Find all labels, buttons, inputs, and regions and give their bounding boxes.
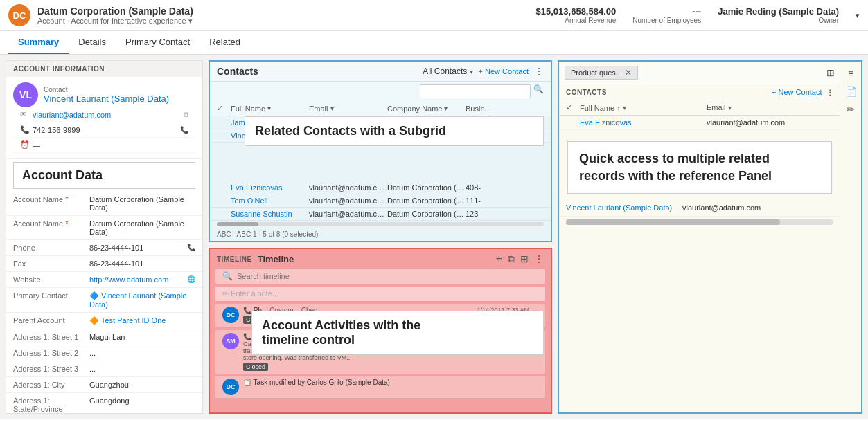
- ref-detail-name[interactable]: Vincent Lauriant (Sample Data): [566, 203, 677, 212]
- ti-title-1: 📞 Ph... Custom... Chec...: [243, 307, 472, 314]
- all-contacts-filter[interactable]: All Contacts ▾: [423, 66, 472, 76]
- contacts-search-input[interactable]: [420, 84, 531, 98]
- ref-col-fullname[interactable]: Full Name ↑ ▾: [580, 103, 707, 112]
- ref-col-email[interactable]: Email ▾: [707, 103, 833, 112]
- contacts-scrollbar[interactable]: [217, 222, 544, 226]
- contacts-grid-body: James... +96- Vince... 742- Related Cont…: [210, 116, 551, 221]
- phone-action-icon[interactable]: 📞: [180, 126, 188, 134]
- col-fullname[interactable]: Full Name ▾: [231, 104, 309, 113]
- ref-contact-name[interactable]: Eva Eiznicovas: [580, 118, 707, 127]
- contact-name[interactable]: Vincent Lauriant (Sample Data): [44, 93, 169, 104]
- contacts-filter[interactable]: Contacts: [217, 66, 258, 77]
- owner-value: Jamie Reding (Sample Data): [718, 6, 839, 17]
- ref-contacts-more-icon[interactable]: ⋮: [826, 89, 834, 96]
- footer-abc: ABC: [217, 230, 231, 238]
- search-icon[interactable]: 🔍: [533, 84, 544, 98]
- contact-details: Contact Vincent Lauriant (Sample Data): [44, 86, 169, 104]
- filter-icon[interactable]: ⧉: [508, 253, 515, 265]
- ti-expand-icon-2[interactable]: ▾: [533, 333, 538, 371]
- contact-email[interactable]: vlauriant@adatum.com: [33, 111, 184, 119]
- nav-tabs: Summary Details Primary Contact Related: [0, 31, 868, 55]
- owner-stat: Jamie Reding (Sample Data) Owner: [718, 6, 839, 24]
- ref-table-row: Eva Eiznicovas vlauriant@adatum.com: [559, 116, 840, 130]
- ref-scrollbar[interactable]: [566, 219, 833, 225]
- dropdown-icon[interactable]: ▾: [188, 17, 193, 25]
- timeline-search-input[interactable]: [237, 272, 538, 280]
- contact-block: VL Contact Vincent Lauriant (Sample Data…: [6, 77, 202, 159]
- grid-icon[interactable]: ⊞: [520, 253, 529, 264]
- ti-content-1: 📞 Ph... Custom... Chec... Closed ...emai…: [243, 307, 472, 324]
- ref-contacts-actions: + New Contact ⋮: [772, 88, 833, 96]
- ti-date-2: 1/14/2017 7:33 AM: [477, 333, 529, 371]
- ref-new-contact-button[interactable]: + New Contact: [772, 88, 822, 96]
- ti-content-3: 📋 Task modified by Carlos Grilo (Sample …: [243, 379, 534, 395]
- field-state: Address 1: State/Province Guangdong: [6, 393, 202, 414]
- field-account-name-1: Account Name * Datum Corporation (Sample…: [6, 192, 202, 216]
- note-placeholder: ✏ Enter a note...: [222, 289, 278, 298]
- tab-details[interactable]: Details: [69, 31, 116, 54]
- employees-value: ---: [692, 6, 701, 17]
- list-item: SM 📞 Ph... Called Vincent to discuss his…: [215, 330, 545, 374]
- ref-contacts-header: CONTACTS + New Contact ⋮: [559, 84, 840, 100]
- header-dropdown-icon[interactable]: ▾: [856, 11, 860, 20]
- company-name: Datum Corporation (Sample Data): [37, 6, 193, 17]
- contacts-more-icon[interactable]: ⋮: [534, 66, 544, 77]
- contacts-footer: ABC ABC 1 - 5 of 8 (0 selected): [210, 228, 551, 241]
- main-content: ACCOUNT INFORMATION VL Contact Vincent L…: [0, 55, 868, 419]
- field-fax: Fax 86-23-4444-101: [6, 256, 202, 272]
- reference-callout: Quick access to multiple relatedrecords …: [567, 141, 832, 194]
- contact-extra: —: [33, 141, 188, 149]
- email-icon: ✉: [20, 110, 33, 119]
- timeline-more-icon[interactable]: ⋮: [534, 253, 544, 264]
- tab-primary-contact[interactable]: Primary Contact: [116, 31, 200, 54]
- new-contact-button[interactable]: + New Contact: [479, 67, 529, 75]
- center-panels: Contacts All Contacts ▾ + New Contact ⋮ …: [209, 60, 552, 414]
- timeline-search-icon: 🔍: [222, 271, 233, 281]
- add-icon[interactable]: +: [496, 253, 502, 265]
- website-icon[interactable]: 🌐: [187, 275, 195, 284]
- ti-date-1: 1/14/2017 7:33 AM: [477, 307, 529, 324]
- side-icon-edit[interactable]: ✏: [843, 102, 858, 117]
- tab-summary[interactable]: Summary: [8, 31, 69, 54]
- footer-pagination: ABC 1 - 5 of 8 (0 selected): [237, 230, 319, 238]
- timeline-toolbar: + ⧉ ⊞ ⋮: [496, 253, 544, 265]
- left-panel: ACCOUNT INFORMATION VL Contact Vincent L…: [6, 60, 203, 414]
- ref-grid-header: ✓ Full Name ↑ ▾ Email ▾: [559, 100, 840, 116]
- field-street3: Address 1: Street 3 ...: [6, 361, 202, 377]
- col-email[interactable]: Email ▾: [309, 104, 387, 113]
- account-data-callout: Account Data: [13, 162, 195, 189]
- timeline-note-input[interactable]: ✏ Enter a note...: [215, 287, 545, 301]
- revenue-label: Annual Revenue: [565, 17, 616, 24]
- ref-panel-inner: Product ques... ✕ ⊞ CONTACTS + New Conta…: [559, 62, 861, 228]
- tab-related[interactable]: Related: [200, 31, 250, 54]
- ti-expand-icon-1[interactable]: ▾: [533, 307, 538, 324]
- table-row: Eva Eiznicovas vlauriant@adatum.com Datu…: [210, 181, 551, 194]
- employees-label: Number of Employees: [632, 17, 701, 24]
- side-icon-list[interactable]: ≡: [843, 66, 858, 81]
- ref-tag-product[interactable]: Product ques... ✕: [565, 66, 638, 80]
- ref-tag-label: Product ques...: [571, 69, 622, 77]
- ref-tag-close-icon[interactable]: ✕: [625, 68, 632, 78]
- ref-tag-bar: Product ques... ✕ ⊞: [559, 62, 840, 84]
- table-row: James... +96-: [210, 116, 551, 129]
- header-left: DC Datum Corporation (Sample Data) Accou…: [8, 4, 193, 26]
- contact-extra-row: ⏰ —: [13, 138, 195, 153]
- table-row: Susanne Schustin vlauriant@adatum.com Da…: [210, 208, 551, 221]
- side-icon-page[interactable]: 📄: [843, 84, 858, 99]
- company-avatar: DC: [8, 4, 30, 26]
- list-item: DC 📞 Ph... Custom... Chec... Closed ...e…: [215, 304, 545, 327]
- owner-label: Owner: [819, 17, 839, 24]
- timeline-items: DC 📞 Ph... Custom... Chec... Closed ...e…: [210, 304, 551, 399]
- phone-field-icon[interactable]: 📞: [187, 244, 195, 252]
- contact-type-label: Contact: [44, 86, 169, 93]
- col-company[interactable]: Company Name ▾: [387, 104, 466, 113]
- ref-grid-view-icon[interactable]: ⊞: [826, 67, 835, 78]
- ref-detail-email: vlauriant@adatum.com: [682, 203, 833, 212]
- company-info: Datum Corporation (Sample Data) Account …: [37, 6, 193, 26]
- ref-contact-email: vlauriant@adatum.com: [707, 118, 833, 127]
- col-biz[interactable]: Busin...: [466, 104, 544, 113]
- contacts-search-bar: 🔍: [210, 82, 551, 101]
- timeline-search-bar: 🔍: [215, 269, 545, 284]
- timeline-panel: TIMELINE Timeline + ⧉ ⊞ ⋮ 🔍 ✏ Enter a no…: [209, 248, 552, 414]
- email-action-icon[interactable]: ⧉: [184, 111, 188, 119]
